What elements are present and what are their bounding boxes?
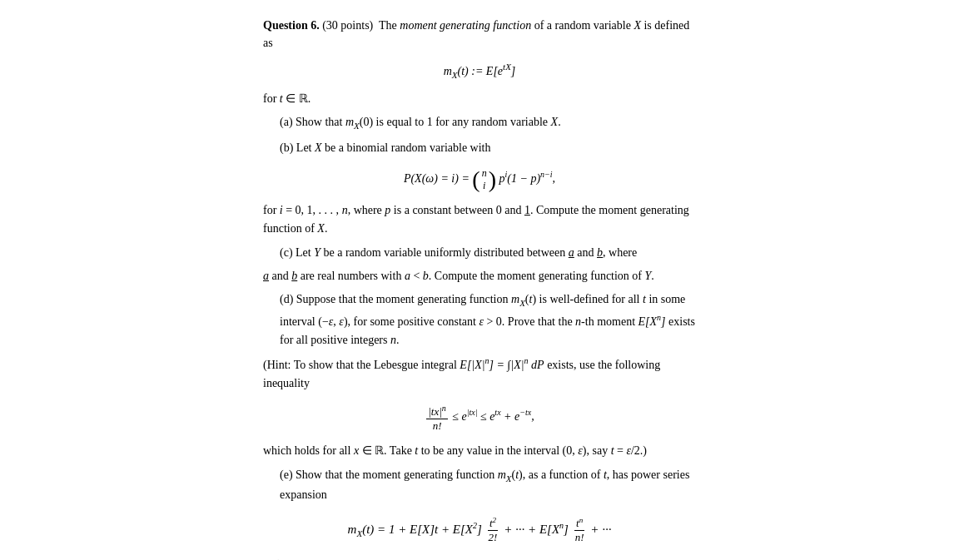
for-t-statement: for t ∈ ℝ. bbox=[263, 90, 696, 108]
which-holds: which holds for all x ∈ ℝ. Take t to be … bbox=[263, 442, 696, 460]
power-series: mX(t) = 1 + E[X]t + E[X2] t2 2! + ··· + … bbox=[263, 516, 696, 544]
series-formula: mX(t) = 1 + E[X]t + E[X2] t2 2! + ··· + … bbox=[348, 523, 612, 536]
part-a: (a) Show that mX(0) is equal to 1 for an… bbox=[263, 113, 696, 133]
ineq-formula: |tx|n n! ≤ e|tx| ≤ etx + e−tx, bbox=[425, 410, 534, 423]
hint-d: (Hint: To show that the Lebesgue integra… bbox=[263, 354, 696, 393]
mgf-definition: mX(t) := E[etX] bbox=[263, 60, 696, 82]
hint-e-open: (Hint: Apply dominated convergence theor… bbox=[263, 556, 696, 560]
question-number: Question 6. bbox=[263, 19, 320, 32]
mgf-term: moment generating function bbox=[400, 19, 531, 32]
part-e: (e) Show that the moment generating func… bbox=[263, 466, 696, 505]
part-b: (b) Let X be a binomial random variable … bbox=[263, 139, 696, 157]
mgf-formula: mX(t) := E[etX] bbox=[444, 65, 516, 77]
binomial-formula: P(X(ω) = i) = ( ni ) pi(1 − p)n−i, bbox=[263, 167, 696, 191]
inequality-display: |tx|n n! ≤ e|tx| ≤ etx + e−tx, bbox=[263, 404, 696, 433]
question-header: Question 6. (30 points) The moment gener… bbox=[263, 17, 696, 52]
points-label: (30 points) The bbox=[322, 19, 400, 32]
content-area: Question 6. (30 points) The moment gener… bbox=[263, 17, 696, 560]
part-c-continued: a and b are real numbers with a < b. Com… bbox=[263, 267, 696, 285]
for-i-statement: for i = 0, 1, . . . , n, where p is a co… bbox=[263, 201, 696, 239]
binomial-expr: P(X(ω) = i) = ( ni ) pi(1 − p)n−i, bbox=[404, 172, 555, 185]
part-c: (c) Let Y be a random variable uniformly… bbox=[263, 244, 696, 262]
part-d: (d) Suppose that the moment generating f… bbox=[263, 290, 696, 349]
question-title: Question 6. (30 points) The moment gener… bbox=[263, 17, 696, 52]
part-a-label: (a) Show that mX(0) is equal to 1 for an… bbox=[280, 116, 561, 128]
